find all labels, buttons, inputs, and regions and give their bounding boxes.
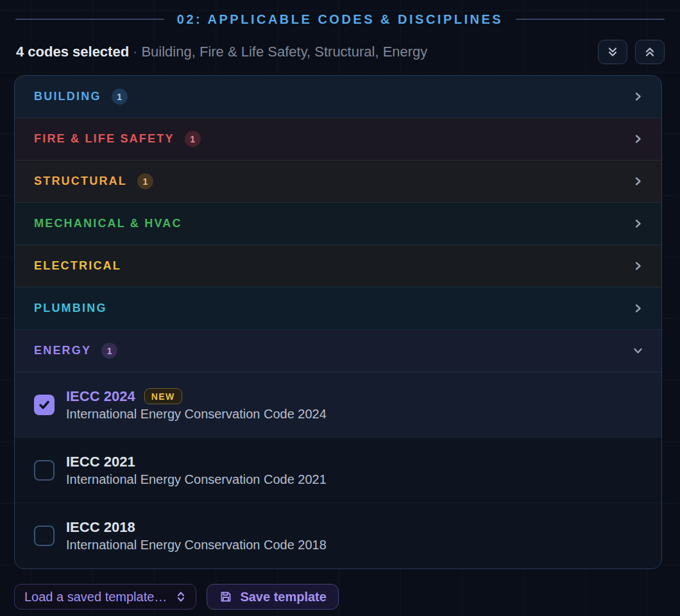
code-description: International Energy Conservation Code 2… (66, 538, 327, 552)
chevron-right-icon (633, 218, 643, 229)
discipline-label: ENERGY (34, 344, 91, 357)
discipline-label: BUILDING (34, 90, 101, 103)
checkmark-icon (38, 398, 51, 411)
save-template-button[interactable]: Save template (207, 584, 339, 610)
code-name: IECC 2024 (66, 388, 135, 405)
code-text: IECC 2018 International Energy Conservat… (66, 519, 327, 552)
chevron-right-icon (633, 303, 643, 314)
count-badge: 1 (185, 131, 201, 147)
expand-all-button[interactable] (598, 40, 627, 64)
discipline-row-building[interactable]: BUILDING 1 (15, 76, 661, 118)
save-template-label: Save template (240, 590, 327, 604)
discipline-row-mechanical-hvac[interactable]: MECHANICAL & HVAC (15, 203, 661, 245)
chevron-right-icon (633, 133, 643, 144)
chevron-down-icon (633, 345, 643, 356)
code-title-row: IECC 2024 NEW (66, 388, 327, 405)
double-chevron-down-icon (606, 46, 619, 58)
checkbox-iecc-2018[interactable] (34, 526, 55, 546)
count-badge: 1 (101, 343, 117, 359)
load-template-label: Load a saved template… (24, 590, 167, 604)
codes-panel: BUILDING 1 FIRE & LIFE SAFETY 1 STRUCTUR… (14, 75, 662, 569)
chevron-right-icon (633, 261, 643, 271)
template-footer-bar: Load a saved template… Save template (14, 583, 666, 610)
code-title-row: IECC 2018 (66, 519, 327, 536)
code-description: International Energy Conservation Code 2… (66, 472, 327, 487)
count-badge: 1 (137, 173, 153, 189)
chevron-right-icon (633, 176, 643, 187)
select-arrows-icon (176, 590, 186, 603)
selected-count: 4 codes selected (16, 44, 129, 60)
discipline-label: MECHANICAL & HVAC (34, 217, 182, 230)
discipline-row-structural[interactable]: STRUCTURAL 1 (15, 160, 661, 203)
save-icon (219, 590, 233, 604)
discipline-label: PLUMBING (34, 302, 107, 315)
summary-separator: · (129, 44, 141, 60)
checkbox-iecc-2024[interactable] (34, 395, 55, 415)
selection-summary-row: 4 codes selected·Building, Fire & Life S… (16, 38, 665, 65)
code-name: IECC 2018 (66, 519, 135, 536)
double-chevron-up-icon (643, 46, 656, 58)
load-template-select[interactable]: Load a saved template… (14, 584, 196, 610)
discipline-label: FIRE & LIFE SAFETY (34, 132, 174, 146)
header-rule-right (516, 19, 665, 20)
code-title-row: IECC 2021 (66, 454, 327, 470)
discipline-label: STRUCTURAL (34, 175, 127, 188)
code-row-iecc-2024[interactable]: IECC 2024 NEW International Energy Conse… (15, 372, 661, 438)
discipline-row-energy[interactable]: ENERGY 1 (15, 330, 661, 372)
section-title: 02: APPLICABLE CODES & DISCIPLINES (177, 12, 503, 27)
discipline-row-fire-life-safety[interactable]: FIRE & LIFE SAFETY 1 (15, 118, 661, 160)
expand-collapse-controls (598, 40, 665, 64)
checkbox-iecc-2021[interactable] (34, 460, 55, 481)
code-description: International Energy Conservation Code 2… (66, 407, 327, 422)
code-text: IECC 2021 International Energy Conservat… (66, 454, 327, 487)
selected-disciplines-list: Building, Fire & Life Safety, Structural… (141, 44, 427, 60)
discipline-row-electrical[interactable]: ELECTRICAL (15, 245, 661, 287)
discipline-label: ELECTRICAL (34, 259, 121, 273)
code-name: IECC 2021 (66, 454, 135, 470)
code-text: IECC 2024 NEW International Energy Conse… (66, 388, 327, 422)
chevron-right-icon (633, 91, 643, 102)
code-row-iecc-2021[interactable]: IECC 2021 International Energy Conservat… (15, 438, 661, 503)
section-header: 02: APPLICABLE CODES & DISCIPLINES (15, 10, 665, 28)
code-row-iecc-2018[interactable]: IECC 2018 International Energy Conservat… (15, 503, 661, 569)
collapse-all-button[interactable] (635, 40, 665, 64)
new-badge: NEW (144, 388, 182, 404)
header-rule-left (15, 19, 164, 20)
discipline-row-plumbing[interactable]: PLUMBING (15, 287, 661, 330)
count-badge: 1 (112, 89, 128, 105)
selection-summary: 4 codes selected·Building, Fire & Life S… (16, 44, 427, 60)
